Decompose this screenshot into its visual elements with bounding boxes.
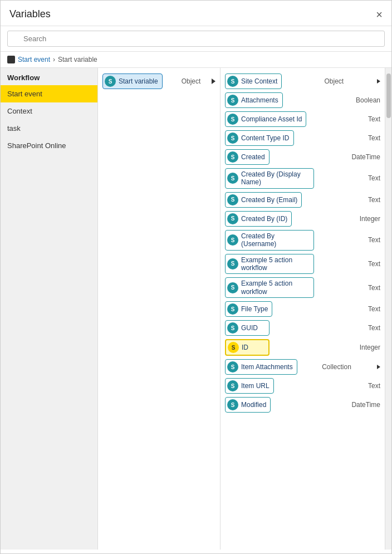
var-label-created-by-id: Created By (ID)	[241, 215, 287, 223]
var-chip-created-by-email[interactable]: S Created By (Email)	[225, 192, 302, 208]
var-type-compliance-asset-id: Text	[350, 115, 380, 123]
sidebar: Workflow Start event Context task ShareP…	[1, 68, 98, 550]
var-label-item-url: Item URL	[241, 382, 270, 390]
var-arrow-item-attachments	[377, 365, 380, 369]
var-type-file-type: Text	[350, 305, 380, 313]
var-row-guid: S GUID Text	[225, 320, 380, 336]
close-button[interactable]: ×	[376, 9, 383, 20]
scrollbar[interactable]	[385, 68, 391, 550]
var-icon-item-url: S	[227, 380, 238, 391]
main-content: Workflow Start event Context task ShareP…	[1, 68, 391, 550]
var-row-created-by-email: S Created By (Email) Text	[225, 192, 380, 208]
var-chip-site-context[interactable]: S Site Context	[225, 73, 282, 89]
var-type-attachments: Boolean	[350, 96, 380, 104]
var-type-created-by-username: Text	[350, 236, 380, 244]
var-chip-guid[interactable]: S GUID	[225, 320, 270, 336]
var-row-created-by-id: S Created By (ID) Integer	[225, 211, 380, 227]
breadcrumb-item2: Start variable	[58, 56, 97, 63]
var-icon-example-5-action-1: S	[227, 258, 238, 269]
var-type-created: DateTime	[350, 153, 380, 161]
var-icon-item-attachments: S	[227, 361, 238, 372]
var-icon-site-context: S	[227, 76, 238, 87]
var-chip-example-5-action-1[interactable]: S Example 5 action workflow	[225, 254, 314, 274]
var-type-created-by-email: Text	[350, 196, 380, 204]
var-type-example-5-action-1: Text	[350, 260, 380, 268]
search-input[interactable]	[7, 31, 385, 47]
breadcrumb-item1[interactable]: Start event	[18, 56, 50, 63]
var-icon-file-type: S	[227, 303, 238, 315]
var-chip-file-type[interactable]: S File Type	[225, 301, 272, 317]
var-icon-guid: S	[227, 322, 238, 334]
var-icon-attachments: S	[227, 95, 238, 106]
var-row-content-type-id: S Content Type ID Text	[225, 130, 380, 146]
var-chip-created-by-display[interactable]: S Created By (Display Name)	[225, 168, 314, 189]
sidebar-item-start-event[interactable]: Start event	[1, 85, 97, 102]
var-chip-attachments[interactable]: S Attachments	[225, 92, 283, 108]
var-type-guid: Text	[350, 324, 380, 332]
var-arrow-site-context	[377, 79, 380, 84]
var-chip-id[interactable]: S ID	[225, 339, 270, 356]
var-type-modified: DateTime	[350, 401, 380, 409]
start-variable-arrow	[212, 79, 215, 84]
breadcrumb: Start event › Start variable	[1, 52, 391, 68]
sidebar-item-task[interactable]: task	[1, 120, 97, 137]
var-label-example-5-action-2: Example 5 action workflow	[241, 280, 310, 296]
var-row-modified: S Modified DateTime	[225, 397, 380, 413]
var-label-created: Created	[241, 153, 265, 161]
var-label-id: ID	[242, 344, 248, 351]
var-chip-content-type-id[interactable]: S Content Type ID	[225, 130, 294, 146]
var-row-compliance-asset-id: S Compliance Asset Id Text	[225, 111, 380, 127]
var-icon-created-by-display: S	[227, 173, 238, 184]
sidebar-header: Workflow	[1, 68, 97, 85]
var-icon-created-by-id: S	[227, 213, 238, 224]
var-label-content-type-id: Content Type ID	[241, 134, 290, 142]
start-variable-chip[interactable]: S Start variable	[102, 73, 163, 89]
start-variable-icon: S	[105, 76, 116, 87]
var-icon-created-by-email: S	[227, 194, 238, 205]
modal-header: Variables ×	[1, 1, 391, 26]
var-type-site-context: Object	[313, 77, 344, 85]
var-label-compliance-asset-id: Compliance Asset Id	[241, 115, 302, 123]
var-icon-created: S	[227, 151, 238, 163]
var-icon-id: S	[228, 342, 239, 353]
var-chip-created-by-username[interactable]: S Created By (Username)	[225, 230, 314, 251]
var-row-item-attachments: S Item Attachments Collection	[225, 359, 380, 375]
var-row-created-by-username: S Created By (Username) Text	[225, 230, 380, 251]
scrollbar-thumb[interactable]	[386, 73, 391, 118]
var-row-created: S Created DateTime	[225, 149, 380, 165]
var-type-item-attachments: Collection	[321, 363, 351, 371]
var-label-attachments: Attachments	[241, 96, 278, 104]
var-chip-example-5-action-2[interactable]: S Example 5 action workflow	[225, 277, 314, 298]
var-label-file-type: File Type	[241, 305, 268, 313]
var-icon-example-5-action-2: S	[227, 282, 238, 293]
var-icon-created-by-username: S	[227, 234, 238, 246]
sidebar-item-context[interactable]: Context	[1, 102, 97, 120]
var-type-example-5-action-2: Text	[350, 284, 380, 292]
modal-title: Variables	[9, 8, 51, 20]
var-icon-compliance-asset-id: S	[227, 114, 238, 125]
start-variable-type: Object	[170, 77, 200, 85]
var-chip-item-attachments[interactable]: S Item Attachments	[225, 359, 297, 375]
var-chip-created[interactable]: S Created	[225, 149, 270, 165]
var-type-id: Integer	[350, 344, 380, 351]
var-label-item-attachments: Item Attachments	[241, 363, 293, 371]
var-chip-compliance-asset-id[interactable]: S Compliance Asset Id	[225, 111, 306, 127]
var-type-created-by-display: Text	[350, 174, 380, 182]
column-1: S Start variable Object	[98, 68, 220, 550]
var-label-guid: GUID	[241, 324, 258, 332]
var-chip-created-by-id[interactable]: S Created By (ID)	[225, 211, 292, 227]
breadcrumb-icon	[7, 56, 15, 63]
var-chip-item-url[interactable]: S Item URL	[225, 378, 274, 394]
start-variable-label: Start variable	[119, 77, 158, 85]
column-2: S Site Context Object S Attachments Bool…	[220, 68, 385, 550]
var-label-example-5-action-1: Example 5 action workflow	[241, 256, 310, 272]
var-row-attachments: S Attachments Boolean	[225, 92, 380, 108]
sidebar-item-sharepoint[interactable]: SharePoint Online	[1, 137, 97, 154]
var-label-site-context: Site Context	[241, 77, 277, 85]
var-chip-modified[interactable]: S Modified	[225, 397, 271, 413]
var-icon-content-type-id: S	[227, 133, 238, 144]
start-variable-row: S Start variable Object	[102, 73, 215, 89]
var-icon-modified: S	[227, 399, 238, 410]
var-label-created-by-username: Created By (Username)	[241, 232, 310, 248]
var-label-created-by-email: Created By (Email)	[241, 196, 297, 204]
